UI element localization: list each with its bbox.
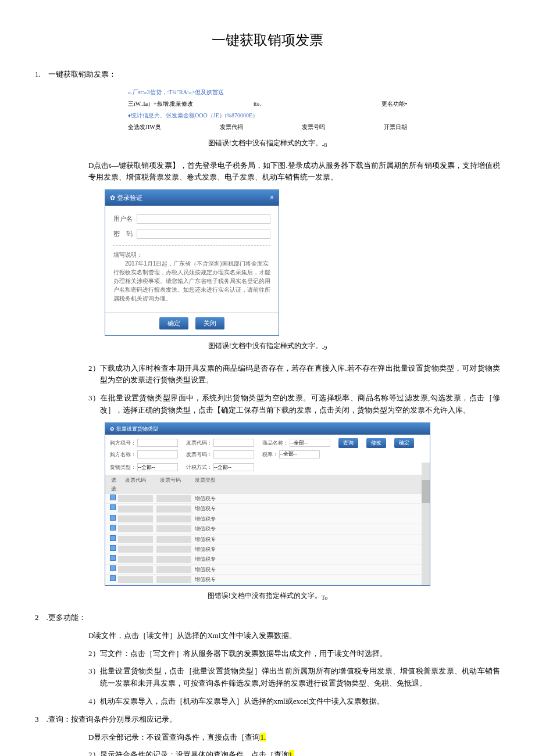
th-issue-date: 开票日期 xyxy=(384,123,407,132)
filter-input[interactable] xyxy=(137,463,178,471)
modify-button[interactable]: 修改 xyxy=(366,438,386,447)
filter-input[interactable] xyxy=(213,463,254,471)
gear-icon: ✿ xyxy=(110,194,115,201)
checkbox[interactable] xyxy=(108,515,118,523)
determine-button[interactable]: 确定 xyxy=(394,438,414,447)
figure-caption-9: 图错误!文档中没有指定样式的文字。-9 xyxy=(35,341,500,353)
batch-title: 批量设置货物类型 xyxy=(116,426,158,432)
filter-label: 发票代码： xyxy=(186,439,212,447)
batch-titlebar: ✿ 批量设置货物类型 xyxy=(105,423,430,435)
filter-label: 货物类型： xyxy=(110,463,136,471)
batch-dialog-figure: ✿ 批量设置货物类型 购方税号： 发票代码： 商品名称： 查询 修改 确定 购方… xyxy=(105,422,430,586)
toolbar-row1: «.厂sr:»3信贷，:T¼"RA:»>但及妖苗送 xyxy=(128,88,224,97)
checkbox[interactable] xyxy=(108,555,118,563)
section-2-head: 2 .更多功能： xyxy=(35,612,500,624)
username-input[interactable] xyxy=(137,214,270,224)
s2-p2: 2）写文件：点击［写文件］将从服务器下载的发票数据导出成文件，用于读文件时选择。 xyxy=(35,648,500,660)
filter-label: 税率： xyxy=(262,450,278,458)
password-input[interactable] xyxy=(137,230,270,239)
table-row[interactable]: 增值税专 xyxy=(105,544,430,554)
checkbox[interactable] xyxy=(108,565,118,574)
filter-input[interactable] xyxy=(279,450,320,458)
section-3-head: 3 .查询：按查询条件分别显示相应记录。 xyxy=(35,714,500,726)
paragraph-2: 2）下载成功入库时检查本期开具发票的商品编码是否存在，若存在直接入库.若不存在弹… xyxy=(35,363,500,387)
s3-p1: D显示全部记录：不设置查询条件，直接点击［查询1. xyxy=(35,732,500,744)
batch-filter-bar: 购方税号： 发票代码： 商品名称： 查询 修改 确定 购方名称： 发票号码： 税… xyxy=(105,435,430,475)
checkbox[interactable] xyxy=(108,504,118,513)
page-title: 一键获取销项发票 xyxy=(35,29,500,51)
th-select-all: 全选发JIW奥 xyxy=(128,123,161,132)
filter-label: 购方税号： xyxy=(110,439,136,447)
table-row[interactable]: 增值税专 xyxy=(105,554,430,564)
username-label: 用户名 xyxy=(113,214,137,224)
figure-caption-8: 图错误!文档中没有指定样式的文字。-8 xyxy=(35,138,500,150)
table-row[interactable]: 增值税专 xyxy=(105,514,430,524)
toolbar-row3: ♦统计信息共。张发票金额OOO（JE）t%870000E） xyxy=(128,111,258,120)
highlight-text: 1. xyxy=(260,733,266,741)
scrollbar[interactable] xyxy=(422,463,430,585)
filter-input[interactable] xyxy=(137,450,178,458)
batch-table-header: 选选 发票代码 发票号码 发票类型 xyxy=(105,475,430,494)
filter-label: 计税方式： xyxy=(186,463,212,471)
s3-p2: 2）显示符合条件的记录：设置具体的查询条件，点击［查询1. xyxy=(35,749,500,756)
table-row[interactable]: 增值税专 xyxy=(105,565,430,575)
gear-icon: ✿ xyxy=(110,426,115,432)
section-1-head: 1. 一键获取销助发票： xyxy=(35,69,500,81)
toolbar-figure: «.厂sr:»3信贷，:T¼"RA:»>但及妖苗送 三iW..Ia）+叙增.批量… xyxy=(128,87,407,133)
toolbar-row2b: tt». xyxy=(254,99,261,109)
table-row[interactable]: 增值税专 xyxy=(105,575,430,585)
toolbar-row2a: 三iW..Ia）+叙增.批量修改 xyxy=(128,99,193,109)
filter-input[interactable] xyxy=(290,439,330,447)
s2-p4: 4）机动车发票导入，点击［机动车发票导入］从选择的xml或excel文件中读入发… xyxy=(35,696,500,708)
table-row[interactable]: 增值税专 xyxy=(105,504,430,514)
toolbar-row2c: 更名功能• xyxy=(381,99,407,109)
close-icon[interactable]: × xyxy=(270,192,274,203)
login-titlebar: ✿ 登录验证 × xyxy=(105,190,279,206)
batch-table-body: 增值税专 增值税专 增值税专 增值税专 增值税专 增值税专 增值税专 增值税专 … xyxy=(105,494,430,585)
th-invoice-code: 发票代祠 xyxy=(220,123,243,132)
filter-input[interactable] xyxy=(137,439,178,447)
table-row[interactable]: 增值税专 xyxy=(105,535,430,544)
query-button[interactable]: 查询 xyxy=(338,438,358,447)
table-row[interactable]: 增值税专 xyxy=(105,494,430,504)
note-body: 2017年1月1日起，广东省（不含深圳)国税部门将全面实行报收实名制管理，办税人… xyxy=(113,259,270,303)
checkbox[interactable] xyxy=(108,495,118,503)
ok-button[interactable]: 确定 xyxy=(159,317,188,330)
note-title: 填写说明： xyxy=(113,250,270,259)
figure-caption-t: 图错误!文档中没有指定样式的文字。To xyxy=(35,590,500,603)
login-dialog-figure: ✿ 登录验证 × 用户名 密 码 填写说明： 2017年1月1日起，广东省（不含… xyxy=(105,189,279,336)
checkbox[interactable] xyxy=(108,535,118,543)
checkbox[interactable] xyxy=(108,545,118,553)
login-title: 登录验证 xyxy=(117,194,142,201)
th-invoice-num: 发票号吗 xyxy=(302,123,325,132)
s2-p1: D读文件，点击［读文件］从选择的Xml文件中读入发票数据。 xyxy=(35,630,500,642)
filter-input[interactable] xyxy=(213,450,254,458)
close-button[interactable]: 关闭 xyxy=(195,317,224,330)
table-row[interactable]: 增值税专 xyxy=(105,524,430,534)
password-label: 密 码 xyxy=(113,229,137,239)
paragraph-3: 3）在批量设置货物类型界面中，系统列出货物类型为空的发票。可选择税率、商品名称等… xyxy=(35,392,500,417)
checkbox[interactable] xyxy=(108,575,118,583)
filter-label: 商品名称： xyxy=(262,439,288,447)
checkbox[interactable] xyxy=(108,525,118,533)
filter-label: 发票号码： xyxy=(186,450,212,458)
filter-input[interactable] xyxy=(213,439,254,447)
s2-p3: 3）批量设置货物类型，点击［批量设置货物类型］弹出当前所属期所有的增值税专用发票… xyxy=(35,665,500,690)
highlight-text: 1. xyxy=(289,750,295,756)
filter-label: 购方名称： xyxy=(110,450,136,458)
paragraph-1a: D点击t—键获取销项发票】，首先登录电子税务局，如下图.登录成功从服务器下载当前… xyxy=(35,160,500,184)
scrollbar-thumb[interactable] xyxy=(422,480,430,503)
